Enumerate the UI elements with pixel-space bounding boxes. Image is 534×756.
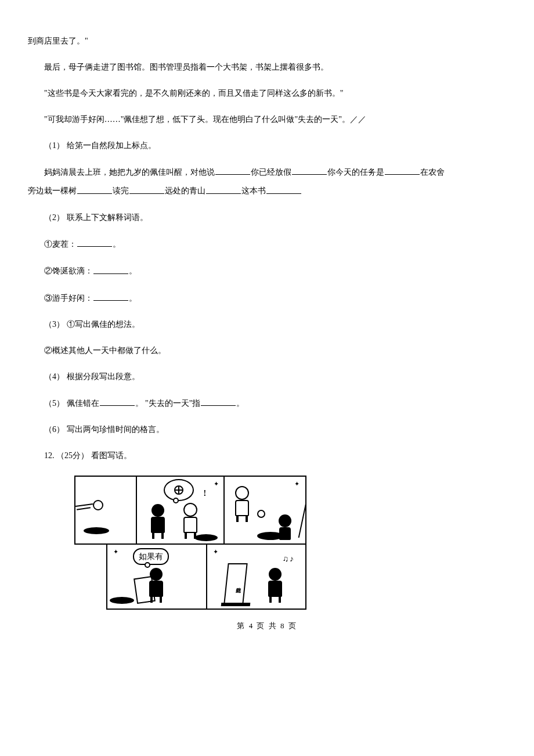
hole-icon: [110, 597, 134, 604]
question-3: （3） ①写出佩佳的想法。: [28, 318, 506, 330]
text: ②馋涎欲滴：: [44, 267, 93, 276]
thought-bubble-icon: [164, 479, 194, 501]
hole-icon: [194, 534, 218, 541]
child-figure-icon: [151, 504, 165, 539]
blank[interactable]: [215, 165, 250, 175]
comic-panel-1: [74, 476, 137, 545]
question-2a: ①麦茬：。: [28, 237, 506, 250]
text: 。 "失去的一天"指: [135, 399, 201, 408]
ball-icon: [174, 485, 183, 495]
blank[interactable]: [93, 264, 128, 273]
text: 旁边栽一棵树: [28, 187, 77, 196]
warning-sign: 此处有洞: [223, 563, 247, 604]
text: 这本书: [241, 187, 266, 196]
paragraph: "这些书是今天大家看完的，是不久前刚还来的，而且又借走了同样这么多的新书。": [28, 87, 506, 99]
question-4: （4） 根据分段写出段意。: [28, 370, 506, 383]
child-figure-icon: [183, 503, 197, 539]
music-notes-icon: ♫♪: [283, 553, 295, 565]
sparkle-icon: ✦: [214, 479, 219, 489]
fill-blank-line2: 旁边栽一棵树读完远处的青山这本书: [28, 184, 506, 197]
question-mark-icon: !: [203, 487, 206, 499]
question-3b: ②概述其他人一天中都做了什么。: [28, 344, 506, 357]
blank[interactable]: [129, 184, 164, 193]
question-2: （2） 联系上下文解释词语。: [28, 211, 506, 224]
text: 你今天的任务是: [327, 168, 384, 177]
text: ①麦茬：: [44, 240, 77, 249]
text: 。: [129, 267, 137, 276]
blank[interactable]: [292, 165, 327, 175]
text: 远处的青山: [165, 187, 205, 196]
paragraph: "可我却游手好闲……"佩佳想了想，低下了头。现在他明白了什么叫做"失去的一天"。…: [28, 113, 506, 125]
page-footer: 第 4 页 共 8 页: [28, 620, 506, 632]
fill-blank-line1: 妈妈清晨去上班，她把九岁的佩佳叫醒，对他说你已经放假你今天的任务是在农舍: [28, 165, 506, 178]
blank[interactable]: [93, 291, 128, 301]
text: 你已经放假: [251, 168, 291, 177]
paragraph: 最后，母子俩走进了图书馆。图书管理员指着一个大书架，书架上摆着很多书。: [28, 61, 506, 73]
comic-panel-5: ✦ 此处有洞 ♫♪: [207, 545, 307, 610]
text: 。: [129, 294, 137, 303]
ball-icon: [93, 500, 103, 510]
text: 读完: [113, 187, 129, 196]
blank[interactable]: [385, 165, 420, 175]
text: （5） 佩佳错在: [44, 399, 99, 408]
hole-icon: [84, 527, 109, 534]
blank[interactable]: [100, 397, 135, 406]
child-figure-icon: [149, 568, 163, 603]
sparkle-icon: ✦: [294, 479, 300, 489]
question-2c: ③游手好闲：。: [28, 291, 506, 304]
comic-panel-2: ✦ !: [137, 476, 225, 545]
blank[interactable]: [266, 184, 301, 193]
question-2b: ②馋涎欲滴：。: [28, 264, 506, 277]
thought-bubble: 如果有: [133, 548, 169, 565]
text: 在农舍: [420, 168, 445, 177]
text: ③游手好闲：: [44, 294, 93, 303]
blank[interactable]: [77, 184, 112, 193]
child-figure-icon: [235, 486, 249, 522]
ball-icon: [257, 510, 265, 518]
text: 。: [236, 399, 244, 408]
blank[interactable]: [201, 397, 236, 406]
question-5: （5） 佩佳错在。 "失去的一天"指。: [28, 397, 506, 409]
comic-strip: ✦ ! ✦: [74, 476, 306, 610]
comic-panel-3: ✦: [225, 476, 306, 545]
net-icon: [283, 503, 306, 538]
comic-row-2: ✦ 如果有 ✦ 此处有洞 ♫♪: [74, 545, 306, 610]
text: 。: [113, 240, 121, 249]
question-12: 12. （25分） 看图写话。: [28, 449, 506, 462]
blank[interactable]: [77, 237, 112, 247]
sparkle-icon: ✦: [113, 547, 118, 557]
text: 妈妈清晨去上班，她把九岁的佩佳叫醒，对他说: [44, 168, 215, 177]
sparkle-icon: ✦: [213, 547, 218, 557]
sign-base-icon: [221, 603, 250, 606]
child-figure-icon: [268, 568, 282, 603]
comic-row-1: ✦ ! ✦: [74, 476, 306, 545]
comic-panel-4: ✦ 如果有: [106, 545, 207, 610]
question-1: （1） 给第一自然段加上标点。: [28, 139, 506, 152]
paragraph-continuation: 到商店里去了。": [28, 35, 506, 47]
question-6: （6） 写出两句珍惜时间的格言。: [28, 423, 506, 435]
blank[interactable]: [206, 184, 241, 193]
motion-line-icon: [77, 507, 91, 510]
